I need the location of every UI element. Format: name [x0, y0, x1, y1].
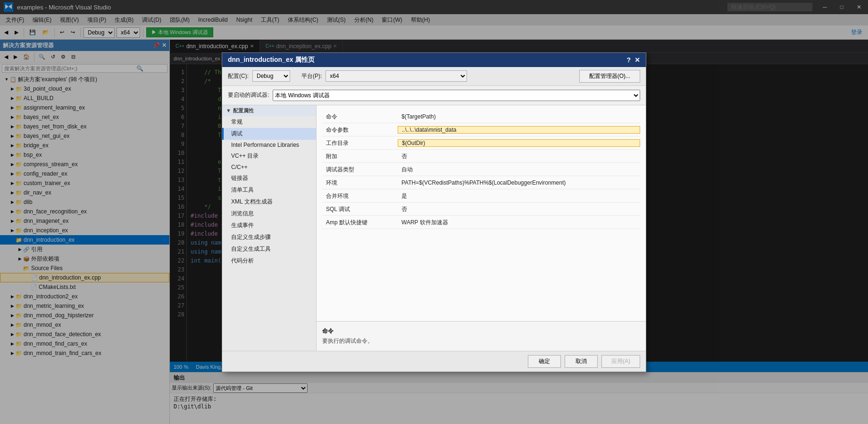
modal-description: 命令 要执行的调试命令。 — [317, 321, 646, 351]
modal-left-item-intel-performance-libraries[interactable]: Intel Performance Libraries — [222, 140, 316, 150]
modal-title-actions: ? ✕ — [626, 56, 640, 64]
property-label: SQL 调试 — [322, 205, 398, 213]
property-row: 调试器类型自动 — [322, 164, 640, 176]
property-value[interactable]: $(TargetPath) — [398, 113, 640, 120]
modal-platform-select[interactable]: x64 — [326, 70, 467, 82]
property-row: SQL 调试否 — [322, 204, 640, 216]
modal-toolbar: 配置(C): Debug 平台(P): x64 配置管理器(O)... — [222, 67, 646, 86]
property-value[interactable]: PATH=$(VCRedistPaths)%PATH%$(LocalDebugg… — [398, 179, 640, 186]
modal-left-item-c/c++[interactable]: C/C++ — [222, 162, 316, 172]
modal-left-item-常规[interactable]: 常规 — [222, 116, 316, 128]
modal-left-item-链接器[interactable]: 链接器 — [222, 172, 316, 184]
modal-group-label: ▼配置属性 — [222, 105, 316, 116]
modal-title-bar: dnn_introduction_ex 属性页 ? ✕ — [222, 53, 646, 67]
cancel-btn[interactable]: 取消 — [565, 355, 598, 368]
property-row: Amp 默认快捷键WARP 软件加速器 — [322, 217, 640, 229]
property-value[interactable]: WARP 软件加速器 — [398, 219, 640, 227]
property-label: 环境 — [322, 179, 398, 187]
debugger-label: 要启动的调试器: — [228, 91, 269, 99]
property-row: 工作目录$(OutDir) — [322, 137, 640, 150]
modal-left-item-xml-文档生成器[interactable]: XML 文档生成器 — [222, 196, 316, 208]
ok-btn[interactable]: 确定 — [528, 355, 561, 368]
config-label: 配置(C): — [228, 72, 249, 80]
property-value[interactable]: 否 — [398, 153, 640, 161]
property-value[interactable]: 自动 — [398, 166, 640, 174]
property-label: 调试器类型 — [322, 166, 398, 174]
modal-desc-text: 要执行的调试命令。 — [322, 337, 640, 345]
modal-right-area: 命令$(TargetPath)命令参数..\..\..\data\mnist_d… — [317, 105, 646, 351]
modal-left-item-代码分析[interactable]: 代码分析 — [222, 255, 316, 267]
property-value[interactable]: 是 — [398, 192, 640, 200]
modal-close-btn[interactable]: ✕ — [634, 56, 640, 64]
platform-label: 平台(P): — [301, 72, 322, 80]
modal-left-item-浏览信息[interactable]: 浏览信息 — [222, 208, 316, 220]
modal-left-item-vc++-目录[interactable]: VC++ 目录 — [222, 150, 316, 162]
modal-title: dnn_introduction_ex 属性页 — [228, 56, 315, 64]
config-manager-btn[interactable]: 配置管理器(O)... — [579, 70, 640, 83]
property-row: 环境PATH=$(VCRedistPaths)%PATH%$(LocalDebu… — [322, 177, 640, 189]
debugger-row: 要启动的调试器: 本地 Windows 调试器 — [222, 86, 646, 105]
property-label: 命令参数 — [322, 126, 398, 134]
property-value[interactable]: $(OutDir) — [398, 139, 640, 147]
modal-left-item-清单工具[interactable]: 清单工具 — [222, 184, 316, 196]
property-label: Amp 默认快捷键 — [322, 219, 398, 227]
property-label: 命令 — [322, 113, 398, 121]
modal-left-item-调试[interactable]: 调试 — [222, 128, 316, 140]
property-row: 命令参数..\..\..\data\mnist_data — [322, 124, 640, 136]
property-row: 合并环境是 — [322, 190, 640, 203]
apply-btn[interactable]: 应用(A) — [601, 355, 640, 368]
property-label: 合并环境 — [322, 192, 398, 200]
property-value[interactable]: 否 — [398, 205, 640, 213]
property-label: 工作目录 — [322, 139, 398, 147]
modal-left-item-自定义生成工具[interactable]: 自定义生成工具 — [222, 243, 316, 255]
modal-left-panel: ▼配置属性常规调试Intel Performance LibrariesVC++… — [222, 105, 317, 351]
debugger-select[interactable]: 本地 Windows 调试器 — [273, 90, 640, 101]
property-pages-modal: dnn_introduction_ex 属性页 ? ✕ 配置(C): Debug… — [222, 52, 646, 372]
modal-body: ▼配置属性常规调试Intel Performance LibrariesVC++… — [222, 105, 646, 351]
modal-desc-title: 命令 — [322, 327, 640, 335]
modal-left-item-自定义生成步骤[interactable]: 自定义生成步骤 — [222, 231, 316, 243]
modal-config-select[interactable]: Debug — [252, 70, 290, 82]
modal-properties-panel: 命令$(TargetPath)命令参数..\..\..\data\mnist_d… — [317, 105, 646, 321]
property-row: 附加否 — [322, 151, 640, 163]
modal-footer: 确定 取消 应用(A) — [222, 351, 646, 372]
modal-help-btn[interactable]: ? — [626, 56, 631, 64]
modal-left-item-生成事件[interactable]: 生成事件 — [222, 220, 316, 231]
property-value[interactable]: ..\..\..\data\mnist_data — [398, 126, 640, 134]
property-row: 命令$(TargetPath) — [322, 111, 640, 123]
modal-overlay: dnn_introduction_ex 属性页 ? ✕ 配置(C): Debug… — [0, 0, 868, 424]
property-label: 附加 — [322, 153, 398, 161]
